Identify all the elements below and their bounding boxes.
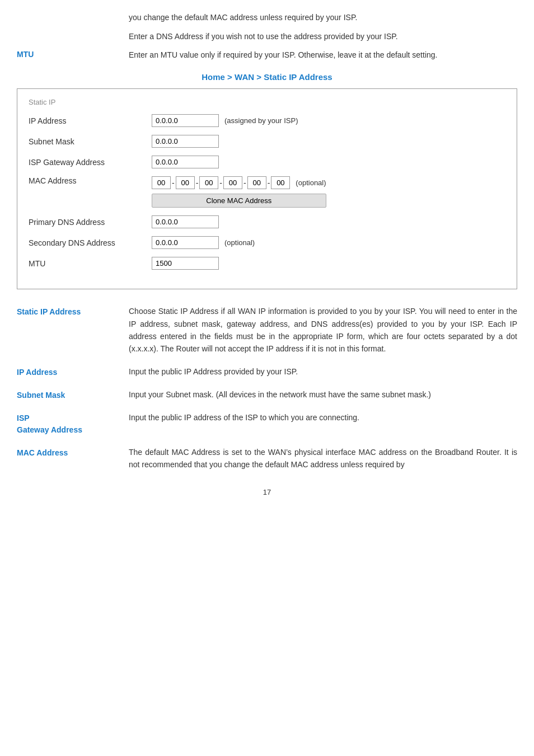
desc-section-0: Static IP AddressChoose Static IP Addres…	[17, 305, 517, 355]
form-row-ip: IP Address (assigned by your ISP)	[29, 114, 505, 127]
desc-text-3: Input the public IP address of the ISP t…	[129, 411, 517, 436]
mac-octet-5[interactable]	[247, 176, 266, 189]
mac-sep-3: -	[219, 179, 222, 187]
intro-text-1: you change the default MAC address unles…	[129, 11, 517, 24]
mac-address-label: MAC Address	[29, 176, 152, 185]
intro-text-2: Enter a DNS Address if you wish not to u…	[129, 30, 517, 43]
breadcrumb: Home > WAN > Static IP Address	[17, 72, 517, 82]
mac-address-fields: - - - - - (optional) Clone MAC Address	[152, 176, 326, 208]
subnet-mask-input[interactable]	[152, 135, 219, 148]
primary-dns-input[interactable]	[152, 215, 219, 228]
mac-octet-2[interactable]	[176, 176, 195, 189]
form-row-primary-dns: Primary DNS Address	[29, 215, 505, 228]
intro-para2: Enter a DNS Address if you wish not to u…	[129, 30, 517, 43]
ip-address-hint: (assigned by your ISP)	[224, 116, 298, 125]
desc-label-4: MAC Address	[17, 446, 129, 471]
primary-dns-label: Primary DNS Address	[29, 218, 152, 227]
clone-mac-button[interactable]: Clone MAC Address	[152, 194, 326, 208]
desc-label-3: ISP Gateway Address	[17, 411, 129, 436]
mac-octet-6[interactable]	[271, 176, 290, 189]
desc-text-4: The default MAC Address is set to the WA…	[129, 446, 517, 471]
secondary-dns-label: Secondary DNS Address	[29, 238, 152, 247]
isp-gateway-label: ISP Gateway Address	[29, 158, 152, 167]
mtu-label: MTU	[17, 49, 129, 61]
mac-optional-hint: (optional)	[296, 179, 326, 187]
isp-gateway-input[interactable]	[152, 156, 219, 168]
mac-octet-3[interactable]	[199, 176, 218, 189]
form-row-gateway: ISP Gateway Address	[29, 156, 505, 168]
page-number: 17	[17, 488, 517, 496]
mac-sep-5: -	[268, 179, 270, 187]
mac-sep-1: -	[172, 179, 175, 187]
form-row-mac: MAC Address - - - - - (optional) Clone M…	[29, 176, 505, 208]
secondary-dns-hint: (optional)	[224, 238, 255, 247]
static-ip-form: Static IP IP Address (assigned by your I…	[17, 88, 517, 289]
mac-sep-4: -	[243, 179, 246, 187]
mac-octet-1[interactable]	[152, 176, 171, 189]
desc-section-4: MAC AddressThe default MAC Address is se…	[17, 446, 517, 471]
descriptions-container: Static IP AddressChoose Static IP Addres…	[17, 305, 517, 471]
desc-label-2: Subnet Mask	[17, 388, 129, 401]
mac-octet-4[interactable]	[223, 176, 242, 189]
mac-sep-2: -	[196, 179, 199, 187]
desc-label-1: IP Address	[17, 365, 129, 378]
desc-text-0: Choose Static IP Address if all WAN IP i…	[129, 305, 517, 355]
secondary-dns-input[interactable]	[152, 236, 219, 249]
form-row-secondary-dns: Secondary DNS Address (optional)	[29, 236, 505, 249]
mac-octets-row: - - - - - (optional)	[152, 176, 326, 189]
form-title: Static IP	[29, 98, 505, 106]
desc-text-2: Input your Subnet mask. (All devices in …	[129, 388, 517, 401]
form-row-mtu: MTU	[29, 257, 505, 270]
ip-address-label: IP Address	[29, 116, 152, 125]
subnet-mask-label: Subnet Mask	[29, 137, 152, 146]
mtu-description: Enter an MTU value only if required by y…	[129, 49, 517, 61]
desc-section-2: Subnet MaskInput your Subnet mask. (All …	[17, 388, 517, 401]
desc-label-0: Static IP Address	[17, 305, 129, 355]
mtu-field-label: MTU	[29, 259, 152, 268]
form-row-subnet: Subnet Mask	[29, 135, 505, 148]
mtu-input[interactable]	[152, 257, 219, 270]
desc-section-3: ISP Gateway AddressInput the public IP a…	[17, 411, 517, 436]
intro-para1: you change the default MAC address unles…	[129, 11, 517, 24]
desc-section-1: IP AddressInput the public IP Address pr…	[17, 365, 517, 378]
desc-text-1: Input the public IP Address provided by …	[129, 365, 517, 378]
mtu-section: MTU Enter an MTU value only if required …	[17, 49, 517, 61]
ip-address-input[interactable]	[152, 114, 219, 127]
